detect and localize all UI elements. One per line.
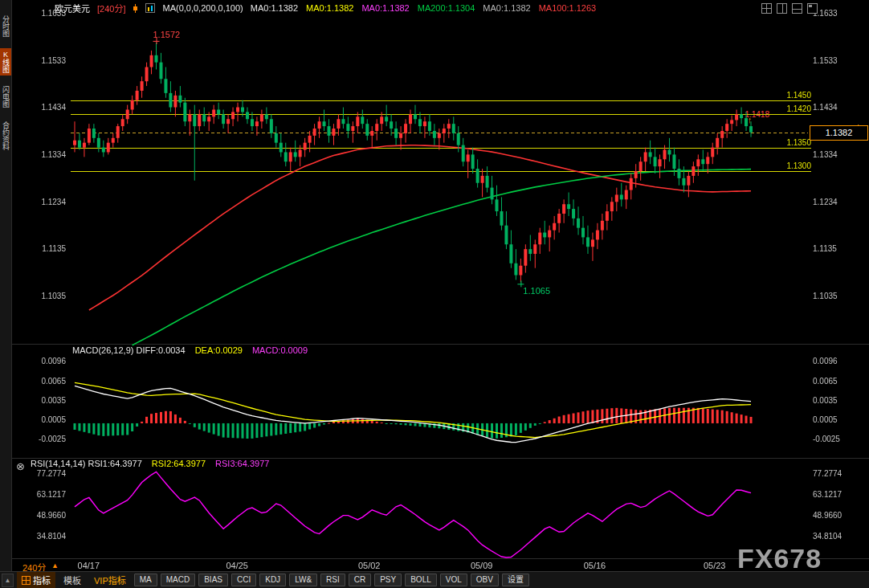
bottom-toolbar: ▲ 指标模板VIP指标MAMACDBIASCCIKDJLW&RSICRPSYBO… (0, 571, 869, 588)
price-axis-tick: 1.1533 (24, 56, 66, 65)
sidebar-item-2[interactable]: K线图 (0, 48, 11, 76)
sidebar-item-1[interactable]: 分时图 (0, 13, 11, 39)
settings-button[interactable]: 设置 (502, 574, 529, 586)
rsi-axis-tick: 48.9660 (813, 511, 858, 520)
trading-app-window: 分时图K线图闪电图合约资料 欧元美元 [240分] MA(0,0,0,200,0… (0, 0, 869, 588)
ma-value-2: MA0:1.1382 (306, 3, 353, 13)
current-price-box: 1.1382 (810, 125, 868, 141)
indicator-button-obv[interactable]: OBV (471, 574, 499, 586)
price-axis-tick: 1.1135 (813, 244, 858, 253)
macd-axis-tick: 0.0005 (24, 415, 66, 424)
ma-settings-icon[interactable] (145, 3, 155, 13)
x-axis-label: 05/23 (697, 561, 732, 570)
period-label: [240分] (97, 2, 125, 14)
macd-header-part-3: MACD:0.0009 (252, 345, 308, 355)
indicator-button-psy[interactable]: PSY (374, 574, 402, 586)
rsi-axis-tick: 77.2774 (24, 469, 66, 478)
price-axis-tick: 1.1035 (813, 292, 858, 300)
tab-1[interactable]: 指标 (17, 572, 55, 588)
macd-axis-tick: -0.0025 (24, 435, 66, 443)
macd-axis-tick: 0.0005 (813, 415, 858, 424)
level-price-label: 1.1450 (771, 91, 811, 100)
indicator-button-rsi[interactable]: RSI (320, 574, 345, 586)
indicator-button-bias[interactable]: BIAS (198, 574, 228, 586)
macd-axis-tick: 0.0096 (813, 357, 858, 365)
indicator-button-vol[interactable]: VOL (440, 574, 467, 586)
layout-quad-icon[interactable] (761, 3, 772, 14)
watermark: FX678 (737, 543, 822, 574)
ma-value-1: MA0:1.1382 (251, 3, 298, 13)
x-axis-label: 04/25 (219, 561, 255, 570)
ma-config-label: MA(0,0,0,200,0,100) (162, 3, 243, 13)
level-price-label: 1.1350 (771, 138, 811, 147)
tab-2[interactable]: 模板 (59, 572, 86, 588)
rsi-axis-tick: 34.8104 (24, 532, 66, 541)
price-axis-tick: 1.1434 (813, 103, 858, 112)
rsi-axis-tick: 48.9660 (24, 511, 66, 520)
layout-single-icon[interactable] (807, 3, 818, 14)
ma-value-6: MA100:1.1263 (539, 3, 597, 13)
rsi-header-part-1: RSI(14,14,14) RSI1:64.3977 (31, 459, 142, 468)
indicator-button-lw[interactable]: LW& (289, 574, 317, 586)
macd-header: MACD(26,12,9) DIFF:0.0034DEA:0.0029MACD:… (72, 345, 308, 355)
sidebar-item-4[interactable]: 合约资料 (0, 119, 11, 153)
sidebar-item-3[interactable]: 闪电图 (0, 84, 11, 110)
symbol-name: 欧元美元 (55, 2, 90, 14)
price-axis-tick: 1.1533 (813, 56, 858, 65)
indicator-button-cci[interactable]: CCI (231, 574, 256, 586)
tab-3[interactable]: VIP指标 (89, 572, 131, 588)
price-axis-tick: 1.1234 (24, 198, 66, 206)
rsi-header-part-2: RSI2:64.3977 (152, 459, 206, 468)
rsi-axis-tick: 63.1217 (813, 490, 858, 499)
macd-header-part-1: MACD(26,12,9) DIFF:0.0034 (72, 345, 186, 355)
macd-axis-tick: 0.0065 (813, 377, 858, 386)
macd-axis-tick: 0.0035 (813, 396, 858, 405)
tab-label: 指标 (33, 574, 51, 586)
indicator-button-boll[interactable]: BOLL (405, 574, 437, 586)
price-axis-tick: 1.1334 (813, 150, 858, 159)
chart-header: 欧元美元 [240分] MA(0,0,0,200,0,100) MA0:1.13… (11, 0, 869, 16)
macd-axis-tick: 0.0065 (24, 377, 66, 386)
indicator-grid-icon (22, 576, 31, 585)
price-axis-tick: 1.1135 (24, 244, 66, 253)
tab-label: VIP指标 (94, 574, 126, 586)
high-price-annotation: 1.1572 (153, 30, 181, 39)
ma-value-5: MA0:1.1382 (483, 3, 530, 13)
rsi-header: RSI(14,14,14) RSI1:64.3977RSI2:64.3977RS… (31, 459, 269, 468)
collapse-toolbar-button[interactable]: ▲ (2, 574, 14, 587)
price-axis-tick: 1.1035 (24, 292, 66, 300)
last-candle-up-arrow-icon: ↑ (748, 115, 753, 125)
layout-horizontal-split-icon[interactable] (792, 3, 802, 14)
indicator-button-ma[interactable]: MA (134, 574, 157, 586)
rsi-header-part-3: RSI3:64.3977 (215, 459, 269, 468)
ma-value-4: MA200:1.1304 (418, 3, 475, 13)
tab-label: 模板 (63, 574, 81, 586)
price-axis-tick: 1.1234 (813, 198, 858, 206)
x-axis-label: 05/16 (577, 561, 612, 570)
level-price-label: 1.1420 (771, 104, 811, 113)
macd-axis-tick: -0.0025 (813, 435, 858, 443)
macd-axis-tick: 0.0035 (24, 396, 66, 405)
indicator-button-macd[interactable]: MACD (161, 574, 195, 586)
x-axis-label: 05/02 (352, 561, 387, 570)
level-price-label: 1.1300 (771, 161, 811, 170)
ma-value-3: MA0:1.1382 (361, 3, 409, 13)
rsi-axis-tick: 63.1217 (24, 490, 66, 499)
axis-labels-layer: 1.16331.16331.15331.15331.14341.14341.13… (0, 0, 869, 588)
sidebar: 分时图K线图闪电图合约资料 (0, 0, 12, 588)
macd-header-part-2: DEA:0.0029 (195, 345, 243, 355)
rsi-axis-tick: 77.2774 (813, 469, 858, 478)
close-indicator-icon[interactable]: ⊗ (16, 460, 25, 472)
window-layout-controls (761, 3, 818, 14)
ma-values: MA0:1.1382MA0:1.1382MA0:1.1382MA200:1.13… (251, 3, 596, 13)
layout-vertical-split-icon[interactable] (777, 3, 787, 14)
indicator-button-kdj[interactable]: KDJ (259, 574, 286, 586)
x-axis-label: 04/17 (71, 561, 106, 570)
x-axis-label: 05/09 (464, 561, 500, 570)
price-axis-tick: 1.1434 (24, 103, 66, 112)
low-price-annotation: 1.1065 (523, 286, 550, 296)
current-price-value: 1.1382 (826, 128, 853, 137)
indicator-button-cr[interactable]: CR (349, 574, 371, 586)
macd-axis-tick: 0.0096 (24, 357, 66, 365)
price-axis-tick: 1.1334 (24, 150, 66, 159)
